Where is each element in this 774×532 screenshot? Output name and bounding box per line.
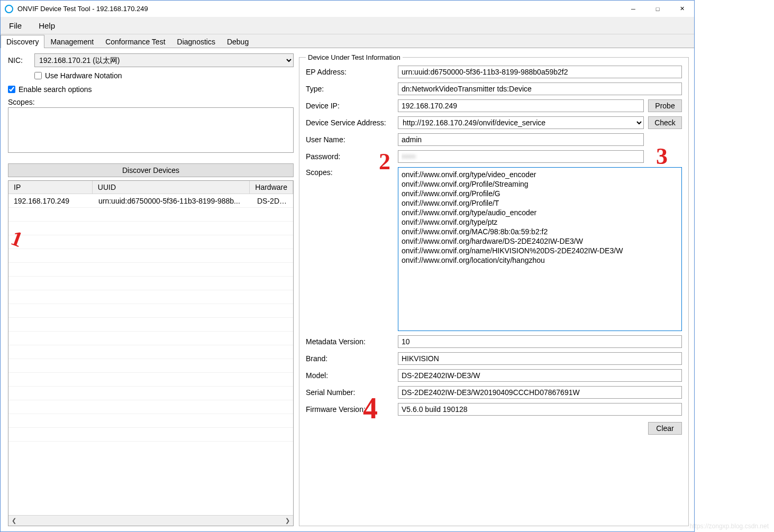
- tab-management[interactable]: Management: [44, 35, 99, 48]
- brand-label: Brand:: [306, 354, 398, 363]
- tab-debug[interactable]: Debug: [221, 35, 254, 48]
- grid-header: IP UUID Hardware: [8, 181, 293, 194]
- cell-uuid: urn:uuid:d6750000-5f36-11b3-8199-988b...: [93, 197, 252, 205]
- scroll-right-icon[interactable]: ❯: [283, 517, 292, 524]
- brand-field[interactable]: [398, 352, 682, 365]
- ep-label: EP Address:: [306, 68, 398, 76]
- content-area: NIC: 192.168.170.21 (以太网) Use Hardware N…: [1, 48, 694, 531]
- hw-notation-label: Use Hardware Notation: [45, 71, 122, 80]
- scopes-label-right: Scopes:: [306, 167, 398, 331]
- type-label: Type:: [306, 85, 398, 93]
- grid-hscroll[interactable]: ❮ ❯: [8, 515, 293, 526]
- model-field[interactable]: [398, 369, 682, 382]
- maximize-button[interactable]: □: [645, 1, 670, 17]
- discovery-panel: NIC: 192.168.170.21 (以太网) Use Hardware N…: [8, 53, 294, 526]
- fw-label: Firmware Version:: [306, 405, 398, 414]
- window-title: ONVIF Device Test Tool - 192.168.170.249: [17, 5, 148, 13]
- watermark: https://zongxp.blog.csdn.net: [690, 522, 769, 530]
- dsa-label: Device Service Address:: [306, 118, 398, 127]
- col-ip[interactable]: IP: [8, 181, 93, 194]
- model-label: Model:: [306, 371, 398, 380]
- app-icon: [5, 5, 13, 13]
- tab-discovery[interactable]: Discovery: [1, 35, 44, 48]
- meta-label: Metadata Version:: [306, 337, 398, 346]
- tab-conformance[interactable]: Conformance Test: [99, 35, 171, 48]
- devices-grid: IP UUID Hardware 192.168.170.249 urn:uui…: [8, 180, 294, 526]
- meta-field[interactable]: [398, 335, 682, 348]
- nic-label: NIC:: [8, 56, 34, 65]
- col-uuid[interactable]: UUID: [93, 181, 250, 194]
- titlebar: ONVIF Device Test Tool - 192.168.170.249…: [1, 1, 694, 17]
- fw-field[interactable]: [398, 403, 682, 416]
- user-label: User Name:: [306, 135, 398, 144]
- scopes-input[interactable]: [8, 107, 294, 153]
- password-field[interactable]: [398, 150, 644, 163]
- dut-panel: Device Under Test Information EP Address…: [299, 53, 689, 526]
- table-row[interactable]: 192.168.170.249 urn:uuid:d6750000-5f36-1…: [8, 194, 293, 208]
- app-window: ONVIF Device Test Tool - 192.168.170.249…: [0, 0, 695, 532]
- dut-legend: Device Under Test Information: [306, 53, 403, 61]
- ep-field[interactable]: [398, 66, 682, 78]
- username-field[interactable]: [398, 133, 644, 146]
- menu-file[interactable]: File: [6, 19, 25, 32]
- cell-ip: 192.168.170.249: [8, 197, 93, 205]
- close-button[interactable]: ✕: [670, 1, 694, 17]
- serial-field[interactable]: [398, 386, 682, 399]
- pwd-label: Password:: [306, 152, 398, 161]
- menubar: File Help: [1, 17, 694, 34]
- enable-search-label: Enable search options: [19, 85, 92, 94]
- clear-button[interactable]: Clear: [648, 422, 682, 435]
- window-controls: ─ □ ✕: [621, 1, 694, 17]
- enable-search-checkbox[interactable]: [8, 86, 15, 93]
- col-hardware[interactable]: Hardware: [250, 181, 293, 194]
- scopes-textarea[interactable]: onvif://www.onvif.org/type/video_encoder…: [398, 167, 682, 331]
- device-ip-field[interactable]: [398, 99, 644, 112]
- serial-label: Serial Number:: [306, 388, 398, 397]
- scopes-label-left: Scopes:: [8, 98, 294, 106]
- discover-devices-button[interactable]: Discover Devices: [8, 163, 294, 177]
- scroll-left-icon[interactable]: ❮: [10, 517, 19, 524]
- grid-body: 192.168.170.249 urn:uuid:d6750000-5f36-1…: [8, 194, 293, 515]
- cell-hw: DS-2DE2: [252, 197, 293, 205]
- menu-help[interactable]: Help: [35, 19, 58, 32]
- minimize-button[interactable]: ─: [621, 1, 645, 17]
- probe-button[interactable]: Probe: [648, 99, 682, 112]
- nic-select[interactable]: 192.168.170.21 (以太网): [34, 53, 294, 67]
- dut-fieldset: Device Under Test Information EP Address…: [299, 53, 689, 526]
- tabstrip: Discovery Management Conformance Test Di…: [1, 34, 694, 48]
- service-address-select[interactable]: http://192.168.170.249/onvif/device_serv…: [398, 116, 644, 129]
- type-field[interactable]: [398, 82, 682, 95]
- ip-label: Device IP:: [306, 102, 398, 110]
- check-button[interactable]: Check: [648, 116, 682, 129]
- hw-notation-checkbox[interactable]: [34, 72, 42, 79]
- tab-diagnostics[interactable]: Diagnostics: [171, 35, 221, 48]
